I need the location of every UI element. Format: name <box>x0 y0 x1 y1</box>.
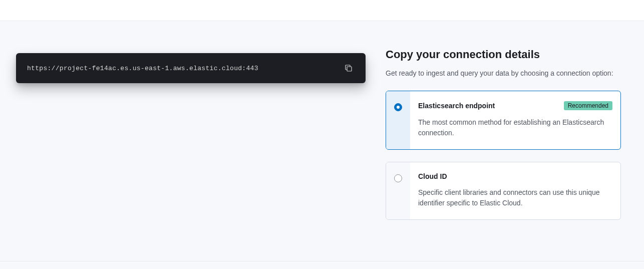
option-header-row: Cloud ID <box>418 172 612 180</box>
option-title: Elasticsearch endpoint <box>418 102 495 110</box>
main-content: https://project-fe14ac.es.us-east-1.aws.… <box>0 21 644 261</box>
radio-circle <box>394 174 402 182</box>
header-bar <box>0 0 644 21</box>
left-column: https://project-fe14ac.es.us-east-1.aws.… <box>16 33 366 249</box>
option-cloud-id[interactable]: Cloud ID Specific client libraries and c… <box>386 162 621 220</box>
endpoint-code-block: https://project-fe14ac.es.us-east-1.aws.… <box>16 53 366 83</box>
option-description: The most common method for establishing … <box>418 117 612 138</box>
section-title: Copy your connection details <box>386 48 621 61</box>
option-content: Cloud ID Specific client libraries and c… <box>410 162 620 219</box>
option-radio-column <box>386 91 410 149</box>
option-content: Elasticsearch endpoint Recommended The m… <box>410 91 620 149</box>
section-description: Get ready to ingest and query your data … <box>386 68 621 79</box>
option-elasticsearch-endpoint[interactable]: Elasticsearch endpoint Recommended The m… <box>386 91 621 150</box>
option-header-row: Elasticsearch endpoint Recommended <box>418 101 612 110</box>
endpoint-text: https://project-fe14ac.es.us-east-1.aws.… <box>27 65 258 72</box>
radio-circle <box>394 103 402 111</box>
copy-icon <box>345 64 353 72</box>
right-column: Copy your connection details Get ready t… <box>386 33 621 249</box>
option-title: Cloud ID <box>418 172 447 180</box>
svg-rect-0 <box>347 67 352 71</box>
recommended-badge: Recommended <box>564 101 612 110</box>
copy-button[interactable] <box>343 62 355 74</box>
radio-dot <box>397 106 400 109</box>
option-description: Specific client libraries and connectors… <box>418 187 612 208</box>
option-radio-column <box>386 162 410 219</box>
